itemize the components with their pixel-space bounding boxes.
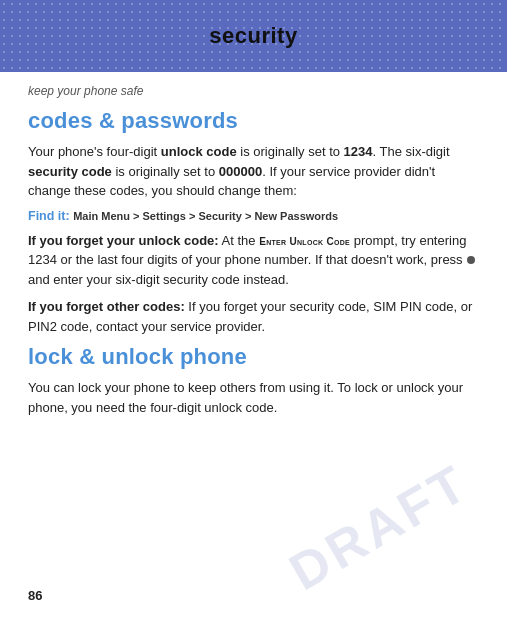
paragraph-forget-unlock: If you forget your unlock code: At the E…	[28, 231, 479, 290]
draft-watermark: DRAFT	[279, 452, 479, 602]
bold-forget-unlock: If you forget your unlock code:	[28, 233, 219, 248]
bold-forget-other: If you forget other codes:	[28, 299, 185, 314]
page-title: security	[209, 23, 297, 49]
bold-1234: 1234	[344, 144, 373, 159]
find-it-path: Main Menu > Settings > Security > New Pa…	[73, 210, 338, 222]
find-it-line: Find it: Main Menu > Settings > Security…	[28, 209, 479, 223]
bold-security-code: security code	[28, 164, 112, 179]
page-number: 86	[28, 588, 42, 603]
section-title-codes: codes & passwords	[28, 108, 479, 134]
section-title-lock: lock & unlock phone	[28, 344, 479, 370]
paragraph-lock-phone: You can lock your phone to keep others f…	[28, 378, 479, 417]
small-caps-enter-unlock: Enter Unlock Code	[259, 236, 350, 247]
page-header: security	[0, 0, 507, 72]
bold-unlock-code: unlock code	[161, 144, 237, 159]
paragraph-unlock-code: Your phone's four-digit unlock code is o…	[28, 142, 479, 201]
bold-000000: 000000	[219, 164, 262, 179]
nav-dot-icon	[467, 256, 475, 264]
find-it-label: Find it:	[28, 209, 70, 223]
page-subtitle: keep your phone safe	[28, 84, 479, 98]
paragraph-forget-other: If you forget other codes: If you forget…	[28, 297, 479, 336]
page-content: keep your phone safe codes & passwords Y…	[0, 72, 507, 441]
